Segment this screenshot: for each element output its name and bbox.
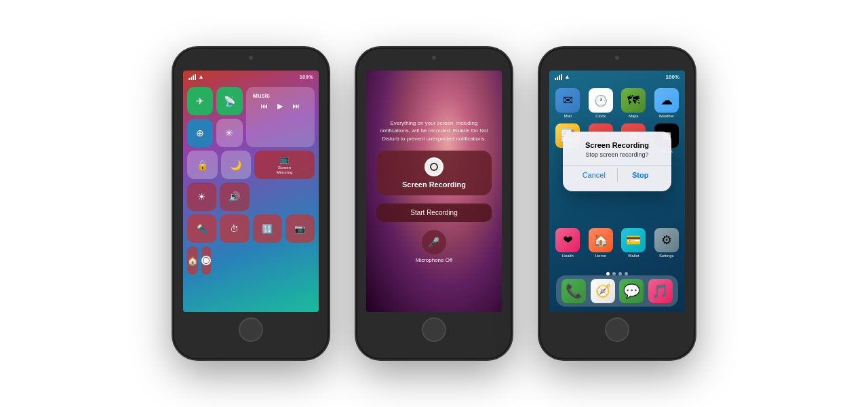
music-widget: Music ⏮ ▶ ⏭: [246, 87, 315, 147]
dialog-title: Screen Recording: [571, 141, 663, 149]
camera-btn[interactable]: 📷: [285, 214, 315, 243]
rotation-lock-btn[interactable]: 🔒: [187, 151, 218, 179]
cellular-btn[interactable]: 📡: [216, 87, 242, 115]
start-recording-btn[interactable]: Start Recording: [376, 204, 492, 222]
signal-status: ▲: [189, 73, 204, 80]
app-mail[interactable]: ✉ Mail: [553, 88, 583, 118]
screen-recording-main-btn[interactable]: Screen Recording: [376, 151, 492, 195]
prev-btn[interactable]: ⏮: [260, 102, 268, 111]
home-icons-row1: ✉ Mail 🕐 Clock 🗺 Maps ☁ Weather: [549, 83, 685, 121]
app-clock[interactable]: 🕐 Clock: [587, 88, 616, 118]
music-title: Music: [253, 92, 309, 99]
brightness-btn[interactable]: ☀: [187, 182, 216, 211]
phone-1: ▲ 100% ✈ 📡 ⊕ ✳ Music ⏮ ▶: [173, 47, 329, 360]
record-circle-icon: [425, 157, 443, 176]
dock-phone-icon[interactable]: 📞: [561, 279, 586, 303]
phone-3-screen: ▲ 100% ✉ Mail 🕐 Clock 🗺 Maps ☁ Weather: [549, 71, 685, 312]
battery-status-3: 100%: [666, 74, 679, 80]
settings-icon: ⚙: [654, 228, 679, 252]
mic-label: Microphone Off: [416, 257, 453, 263]
volume-btn[interactable]: 🔊: [220, 182, 249, 211]
dock-music-icon[interactable]: 🎵: [648, 279, 673, 303]
dialog-buttons: Cancel Stop: [571, 166, 663, 185]
battery-status: 100%: [300, 74, 313, 80]
dock-safari-icon[interactable]: 🧭: [591, 279, 615, 303]
do-not-disturb-btn[interactable]: 🌙: [221, 151, 252, 179]
app-weather[interactable]: ☁ Weather: [652, 88, 682, 118]
phone-3: ▲ 100% ✉ Mail 🕐 Clock 🗺 Maps ☁ Weather: [539, 47, 695, 360]
wifi-btn[interactable]: ⊕: [187, 119, 213, 147]
next-btn[interactable]: ⏭: [292, 102, 300, 111]
microphone-btn[interactable]: 🎤 Microphone Off: [416, 230, 453, 263]
signal-bars-icon: [189, 74, 196, 80]
record-icon: [201, 256, 211, 265]
phone-2-screen: Everything on your screen, including not…: [366, 71, 502, 312]
cc-row-1: ✈ 📡 ⊕ ✳ Music ⏮ ▶ ⏭: [187, 87, 315, 147]
home-button-2[interactable]: [422, 317, 446, 342]
play-btn[interactable]: ▶: [277, 102, 283, 111]
home-app-icon: 🏠: [589, 228, 613, 252]
wifi-3-icon: ▲: [564, 73, 570, 80]
music-controls-row: ⏮ ▶ ⏭: [253, 102, 309, 111]
screen-mirroring-icon: 📺: [279, 155, 290, 164]
flashlight-btn[interactable]: 🔦: [187, 214, 216, 243]
screen-recording-title: Screen Recording: [402, 180, 466, 189]
phone-1-screen: ▲ 100% ✈ 📡 ⊕ ✳ Music ⏮ ▶: [183, 71, 319, 312]
dialog-subtitle: Stop screen recording?: [571, 151, 663, 158]
mail-icon: ✉: [555, 88, 580, 113]
app-home[interactable]: 🏠 Home: [587, 228, 616, 258]
dialog-stop-btn[interactable]: Stop: [618, 166, 664, 185]
screen-recording-info: Everything on your screen, including not…: [373, 119, 495, 142]
app-settings[interactable]: ⚙ Settings: [652, 228, 682, 258]
bluetooth-btn[interactable]: ✳: [216, 119, 242, 147]
app-maps[interactable]: 🗺 Maps: [619, 88, 648, 118]
cc-row-4: 🔦 ⏱ 🔢 📷: [187, 214, 315, 243]
record-btn[interactable]: [201, 246, 211, 275]
screen-recording-container: Everything on your screen, including not…: [366, 71, 502, 312]
status-bar-3: ▲ 100%: [549, 71, 685, 83]
cc-row-3: ☀ 🔊: [187, 182, 315, 211]
timer-btn[interactable]: ⏱: [220, 214, 249, 243]
home-button-3[interactable]: [605, 317, 629, 342]
home-icons-row3: ❤ Health 🏠 Home 💳 Wallet ⚙ Settings: [549, 228, 685, 258]
app-health[interactable]: ❤ Health: [553, 228, 583, 258]
wifi-icon: ▲: [198, 73, 204, 80]
home-button-1[interactable]: [239, 317, 263, 342]
stop-recording-dialog: Screen Recording Stop screen recording? …: [563, 132, 671, 191]
cc-row-2: 🔒 🌙 📺 ScreenMirroring: [187, 151, 315, 179]
maps-icon: 🗺: [621, 88, 646, 113]
screen-mirroring-btn[interactable]: 📺 ScreenMirroring: [254, 151, 315, 179]
weather-icon: ☁: [654, 88, 679, 113]
calculator-btn[interactable]: 🔢: [253, 214, 282, 243]
control-center: ✈ 📡 ⊕ ✳ Music ⏮ ▶ ⏭ 🔒 🌙: [183, 83, 319, 279]
screen-mirroring-label: ScreenMirroring: [277, 166, 293, 175]
dock-messages-icon[interactable]: 💬: [619, 279, 644, 303]
mic-icon: 🎤: [422, 230, 446, 254]
signal-status-3: ▲: [555, 73, 570, 80]
health-icon: ❤: [555, 228, 580, 252]
airplane-mode-btn[interactable]: ✈: [187, 87, 213, 115]
dialog-cancel-btn[interactable]: Cancel: [571, 166, 617, 185]
wallet-icon: 💳: [621, 228, 646, 252]
phone-2: Everything on your screen, including not…: [356, 47, 512, 360]
signal-bars-3-icon: [555, 74, 562, 80]
app-wallet[interactable]: 💳 Wallet: [619, 228, 648, 258]
cc-row-5: 🏠: [187, 246, 251, 275]
home-btn[interactable]: 🏠: [187, 246, 198, 275]
status-bar-1: ▲ 100%: [183, 71, 319, 83]
clock-icon: 🕐: [589, 88, 613, 113]
dock: 📞 🧭 💬 🎵: [556, 275, 678, 307]
